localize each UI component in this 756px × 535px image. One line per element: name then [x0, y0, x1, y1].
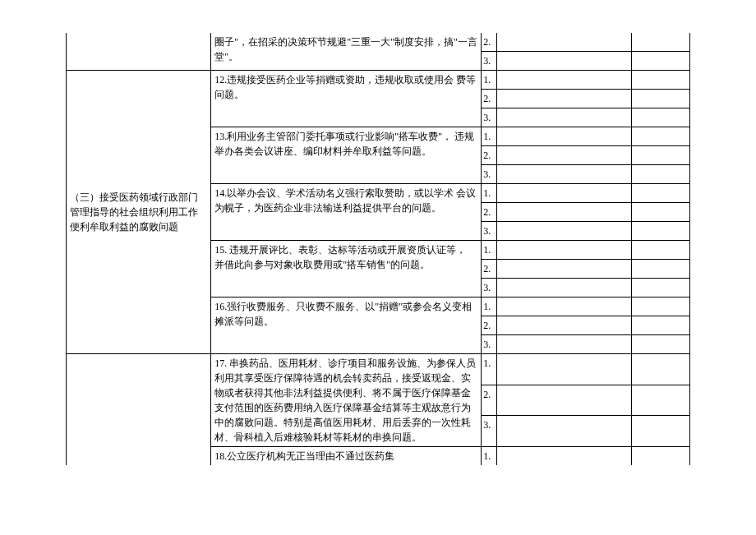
item-12-num-3: 3. [482, 108, 497, 127]
blank-cell [632, 165, 690, 184]
item-12-text: 12.违规接受医药企业等捐赠或资助，违规收取或使用会 费等问题。 [211, 71, 482, 127]
blank-cell [497, 354, 632, 385]
blank-cell [632, 146, 690, 165]
prev-section-col1 [67, 33, 211, 71]
item-11-num-3: 3. [482, 52, 497, 71]
item-13-num-1: 1. [482, 127, 497, 146]
item-13-text: 13.利用业务主管部门委托事项或行业影响"搭车收费"， 违规举办各类会议讲座、编… [211, 127, 482, 184]
item-15-num-2: 2. [482, 260, 497, 279]
item-15-num-3: 3. [482, 279, 497, 297]
blank-cell [632, 447, 690, 466]
item-11-num-2: 2. [482, 33, 497, 52]
blank-cell [632, 90, 690, 108]
blank-cell [497, 184, 632, 203]
blank-cell [497, 335, 632, 354]
item-16-text: 16.强行收费服务、只收费不服务、以"捐赠"或参会名义变相摊派等问题。 [211, 297, 482, 354]
blank-cell [632, 71, 690, 90]
blank-cell [632, 354, 690, 385]
blank-cell [497, 165, 632, 184]
blank-cell [632, 203, 690, 222]
blank-cell [632, 222, 690, 241]
item-14-num-2: 2. [482, 203, 497, 222]
item-18-num-1: 1. [482, 447, 497, 466]
item-17-num-3: 3. [482, 416, 497, 447]
item-16-num-1: 1. [482, 297, 497, 316]
blank-cell [632, 260, 690, 279]
item-17-num-1: 1. [482, 354, 497, 385]
item-13-num-3: 3. [482, 165, 497, 184]
blank-cell [497, 146, 632, 165]
item-15-num-1: 1. [482, 241, 497, 260]
item-14-num-3: 3. [482, 222, 497, 241]
section-4-col1 [67, 354, 211, 466]
item-16-num-2: 2. [482, 316, 497, 335]
blank-cell [632, 297, 690, 316]
item-14-num-1: 1. [482, 184, 497, 203]
blank-cell [497, 90, 632, 108]
item-12-num-2: 2. [482, 90, 497, 108]
blank-cell [497, 416, 632, 447]
section-3-title: （三）接受医药领域行政部门管理指导的社会组织利用工作便利牟取利益的腐败问题 [67, 71, 211, 354]
blank-cell [632, 316, 690, 335]
blank-cell [497, 241, 632, 260]
blank-cell [497, 108, 632, 127]
blank-cell [497, 203, 632, 222]
blank-cell [497, 316, 632, 335]
blank-cell [632, 184, 690, 203]
blank-cell [632, 385, 690, 416]
item-11-tail: 圈子"，在招采的决策环节规避"三重一大"制度安排，搞"一言堂"。 [211, 33, 482, 71]
item-15-text: 15. 违规开展评比、表彰、达标等活动或开展资质认证等， 并借此向参与对象收取费… [211, 241, 482, 297]
blank-cell [497, 260, 632, 279]
blank-cell [632, 127, 690, 146]
blank-cell [497, 52, 632, 71]
item-18-text: 18.公立医疗机构无正当理由不通过医药集 [211, 447, 482, 466]
blank-cell [632, 108, 690, 127]
item-14-text: 14.以举办会议、学术活动名义强行索取赞助，或以学术 会议为幌子，为医药企业非法… [211, 184, 482, 241]
blank-cell [497, 297, 632, 316]
blank-cell [497, 71, 632, 90]
blank-cell [632, 52, 690, 71]
blank-cell [497, 447, 632, 466]
blank-cell [632, 279, 690, 297]
blank-cell [632, 241, 690, 260]
blank-cell [497, 279, 632, 297]
blank-cell [497, 222, 632, 241]
item-17-num-2: 2. [482, 385, 497, 416]
item-12-num-1: 1. [482, 71, 497, 90]
blank-cell [632, 335, 690, 354]
item-16-num-3: 3. [482, 335, 497, 354]
blank-cell [632, 33, 690, 52]
item-17-text: 17. 串换药品、医用耗材、诊疗项目和服务设施、为参保人员利用其享受医疗保障待遇… [211, 354, 482, 447]
document-table: 圈子"，在招采的决策环节规避"三重一大"制度安排，搞"一言堂"。 2. 3. （… [66, 33, 690, 465]
blank-cell [497, 127, 632, 146]
blank-cell [632, 416, 690, 447]
item-13-num-2: 2. [482, 146, 497, 165]
blank-cell [497, 33, 632, 52]
blank-cell [497, 385, 632, 416]
